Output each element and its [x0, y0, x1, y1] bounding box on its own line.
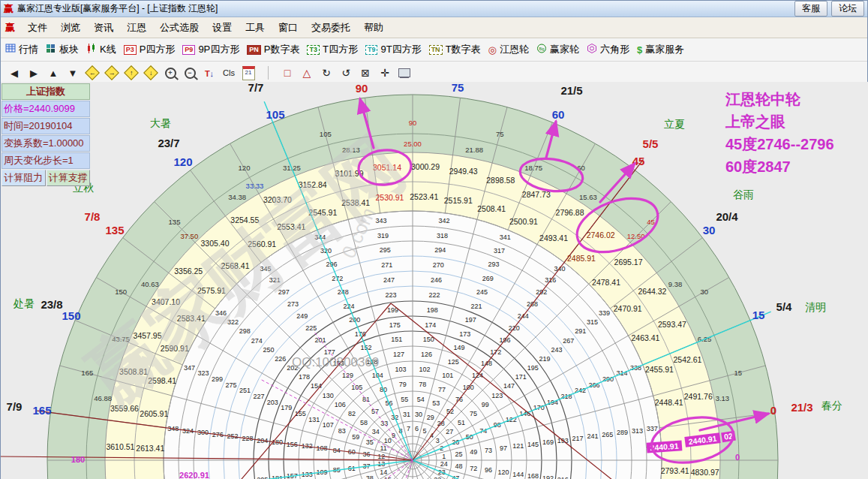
- arrow-left-button[interactable]: ◀: [5, 65, 23, 81]
- main-toolbar: 行情板块K线P3P四方形P99P四方形PNP数字表T3T四方形T99T四方形TN…: [1, 38, 867, 62]
- svg-text:7: 7: [407, 425, 410, 432]
- svg-text:2613.41: 2613.41: [136, 444, 164, 453]
- analysis-note: 江恩轮中轮上帝之眼45度2746--279660度2847: [725, 88, 834, 178]
- square-button[interactable]: □: [278, 65, 296, 81]
- svg-text:1: 1: [442, 453, 446, 460]
- svg-text:75: 75: [452, 82, 464, 94]
- svg-text:29: 29: [427, 414, 434, 421]
- title-bar[interactable]: 赢 赢家江恩专业版[赢家服务平台] - [上证指数 江恩轮] 客服 论坛: [1, 1, 867, 17]
- toolbar-label: P四方形: [140, 43, 176, 56]
- svg-text:3: 3: [436, 437, 440, 444]
- svg-text:173: 173: [459, 330, 470, 338]
- box-t9-icon: T9: [365, 45, 378, 55]
- diamond-left-icon: ←: [85, 65, 100, 80]
- menu-item-4[interactable]: 公式选股: [153, 20, 206, 35]
- menu-item-5[interactable]: 设置: [206, 20, 239, 35]
- rotate-ccw-button[interactable]: ↺: [337, 65, 355, 81]
- info-row-2: 变换系数=1.00000: [2, 135, 90, 152]
- svg-text:247: 247: [383, 276, 395, 284]
- svg-text:21/5: 21/5: [560, 84, 582, 97]
- svg-text:83: 83: [338, 427, 346, 435]
- svg-text:33: 33: [380, 420, 388, 427]
- svg-text:222: 222: [428, 291, 440, 299]
- triangle-button[interactable]: △: [298, 65, 316, 81]
- svg-text:150: 150: [62, 309, 80, 322]
- svg-text:33.33: 33.33: [246, 182, 264, 190]
- svg-text:174: 174: [425, 321, 436, 329]
- t-sort-button[interactable]: T↓: [200, 65, 218, 81]
- toolbar-button-K线[interactable]: K线: [86, 43, 116, 56]
- info-buttons: 计算阻力 计算支撑: [2, 170, 90, 186]
- toolbar-button-T四方形[interactable]: T3T四方形: [307, 43, 357, 56]
- menu-item-7[interactable]: 窗口: [272, 20, 305, 35]
- zoom-out-button[interactable]: −: [181, 65, 199, 81]
- svg-text:2593.47: 2593.47: [658, 320, 686, 329]
- svg-text:90: 90: [409, 119, 417, 127]
- window-title: 赢家江恩专业版[赢家服务平台] - [上证指数 江恩轮]: [17, 2, 218, 15]
- toolbar-button-9P四方形[interactable]: P99P四方形: [182, 43, 239, 56]
- arrow-right-button[interactable]: ▶: [25, 65, 43, 81]
- svg-text:2470.91: 2470.91: [614, 304, 642, 313]
- diamond-right-button[interactable]: →: [103, 65, 121, 81]
- svg-text:27: 27: [446, 428, 453, 435]
- svg-text:5/5: 5/5: [643, 137, 659, 150]
- cls-button[interactable]: Cls: [220, 65, 238, 81]
- svg-text:18.75: 18.75: [524, 164, 542, 172]
- rotate-cw-icon: ↻: [322, 67, 331, 79]
- diamond-up-icon: ↑: [124, 65, 139, 80]
- note-line-3: 60度2847: [725, 155, 834, 178]
- svg-text:101: 101: [442, 372, 453, 379]
- monitor-button[interactable]: [395, 65, 413, 81]
- diamond-down-button[interactable]: ↓: [142, 65, 160, 81]
- svg-text:处暑: 处暑: [13, 297, 35, 309]
- diamond-up-button[interactable]: ↑: [122, 65, 140, 81]
- svg-text:226: 226: [275, 355, 286, 363]
- toolbar-button-赢家服务[interactable]: $赢家服务: [637, 43, 684, 56]
- center-button[interactable]: ✛: [376, 65, 394, 81]
- forum-button[interactable]: 论坛: [831, 1, 864, 17]
- sep: [259, 65, 277, 81]
- info-row-3: 周天变化步长=1: [2, 152, 90, 169]
- toolbar-button-板块[interactable]: 板块: [46, 43, 79, 56]
- svg-text:82: 82: [348, 410, 356, 417]
- menu-item-0[interactable]: 文件: [21, 20, 54, 35]
- toolbar-button-P四方形[interactable]: P3P四方形: [124, 43, 176, 56]
- toolbar-button-江恩轮[interactable]: ◎江恩轮: [488, 43, 529, 56]
- svg-text:149: 149: [453, 344, 464, 351]
- menu-item-1[interactable]: 浏览: [54, 20, 87, 35]
- svg-text:7/8: 7/8: [85, 210, 101, 223]
- calc-resistance-button[interactable]: 计算阻力: [2, 170, 46, 186]
- calc-support-button[interactable]: 计算支撑: [47, 170, 91, 186]
- svg-text:2523.41: 2523.41: [410, 192, 438, 201]
- svg-text:55: 55: [401, 396, 408, 403]
- toolbar-button-赢家轮[interactable]: Big赢家轮: [536, 43, 579, 56]
- rotate-cw-button[interactable]: ↻: [317, 65, 335, 81]
- customer-service-button[interactable]: 客服: [794, 1, 827, 17]
- svg-text:2508.41: 2508.41: [477, 204, 506, 213]
- svg-text:75: 75: [470, 410, 477, 417]
- calendar-button[interactable]: 21: [239, 65, 257, 81]
- menu-item-6[interactable]: 工具: [239, 20, 272, 35]
- menu-item-9[interactable]: 帮助: [357, 20, 390, 35]
- svg-text:97: 97: [500, 444, 507, 452]
- toolbar-label: 赢家轮: [550, 43, 579, 56]
- menu-item-2[interactable]: 资讯: [87, 20, 120, 35]
- square-icon: □: [284, 67, 290, 79]
- box-x-button[interactable]: ⊠: [356, 65, 374, 81]
- arrow-up-button[interactable]: ▲: [44, 65, 62, 81]
- t-sort-icon: T↓: [205, 67, 214, 79]
- toolbar-button-六角形[interactable]: 六角形: [587, 43, 629, 56]
- arrow-down-button[interactable]: ▼: [64, 65, 82, 81]
- toolbar-button-P数字表[interactable]: PNP数字表: [247, 43, 299, 56]
- zoom-in-button[interactable]: +: [161, 65, 179, 81]
- toolbar-button-行情[interactable]: 行情: [5, 43, 38, 56]
- svg-text:春分: 春分: [821, 399, 842, 411]
- toolbar-button-T数字表[interactable]: TNT数字表: [429, 43, 481, 56]
- menu-item-3[interactable]: 江恩: [120, 20, 153, 35]
- arrow-down-icon: ▼: [68, 68, 78, 79]
- toolbar-button-9T四方形[interactable]: T99T四方形: [365, 43, 422, 56]
- svg-text:5/4: 5/4: [776, 300, 793, 313]
- diamond-left-button[interactable]: ←: [83, 65, 101, 81]
- menu-item-8[interactable]: 交易委托: [305, 20, 357, 35]
- arrow-right-icon: ▶: [30, 68, 38, 79]
